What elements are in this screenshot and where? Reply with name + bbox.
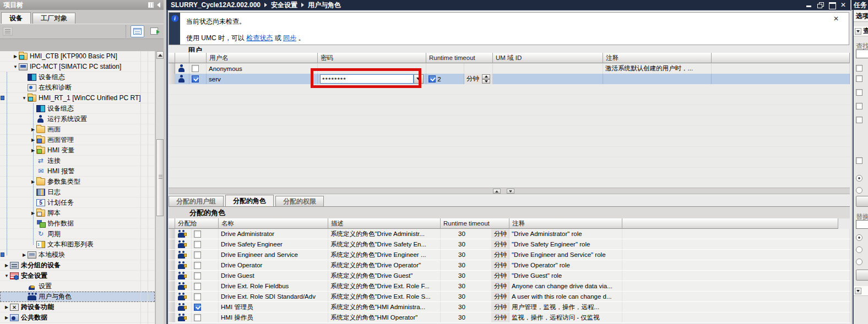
- role-timeout-cell[interactable]: 30: [441, 292, 492, 301]
- find-option-checkbox[interactable]: [856, 65, 862, 72]
- tree-item[interactable]: ▶公共数据: [0, 312, 155, 323]
- tree-item[interactable]: ▶画面: [0, 124, 155, 135]
- find-option-checkbox[interactable]: [856, 75, 862, 82]
- role-name-cell[interactable]: Drive Engineer and Service: [219, 250, 328, 260]
- role-row[interactable]: Drive Guest系统定义的角色"Drive Guest"30分钟"Driv…: [169, 271, 850, 281]
- tree-item[interactable]: 1文本和图形列表: [0, 239, 155, 250]
- col-role-name[interactable]: 名称: [219, 218, 328, 229]
- role-comment-cell[interactable]: "Drive Guest" role: [509, 271, 622, 281]
- breadcrumb-project[interactable]: SLURRY_Cycle12A2.002.000: [171, 1, 261, 9]
- banner-close-icon[interactable]: ✕: [833, 15, 839, 23]
- role-description-cell[interactable]: 系统定义的角色"Drive Engineer ...: [328, 250, 441, 260]
- tree-item[interactable]: 协作数据: [0, 218, 155, 229]
- um-domain-id-cell[interactable]: [493, 63, 603, 74]
- role-comment-cell[interactable]: "Drive Administrator" role: [509, 229, 622, 239]
- user-row[interactable]: serv 2分钟: [169, 74, 850, 84]
- replace-scope-radio[interactable]: [856, 246, 862, 253]
- tree-expander-icon[interactable]: ▶: [3, 315, 10, 320]
- restore-icon[interactable]: [817, 2, 823, 8]
- col-um-domain-id[interactable]: UM 域 ID: [493, 53, 603, 63]
- user-comment-cell[interactable]: 激活系统默认创建的用户时，...: [603, 63, 712, 74]
- details-view-button[interactable]: [131, 25, 144, 37]
- find-option-checkbox[interactable]: [856, 117, 862, 123]
- collapsed-section[interactable]: [854, 286, 868, 296]
- role-assigned-checkbox[interactable]: [194, 314, 201, 321]
- role-timeout-cell[interactable]: 30: [441, 312, 492, 322]
- role-assigned-checkbox[interactable]: [194, 241, 201, 248]
- columns-view-icon[interactable]: [148, 2, 154, 8]
- col-password[interactable]: 密码: [318, 53, 426, 63]
- role-name-cell[interactable]: HMI 操作员: [219, 312, 328, 322]
- user-enabled-checkbox[interactable]: [192, 75, 199, 83]
- role-row[interactable]: HMI 管理员系统定义的角色"HMI Administra...30分钟用户管理…: [169, 302, 850, 312]
- maximize-icon[interactable]: [829, 2, 835, 8]
- tree-item[interactable]: 设置: [0, 281, 155, 292]
- role-comment-cell[interactable]: Anyone can change drive data via...: [509, 281, 622, 291]
- tree-item[interactable]: ▶未分组的设备: [0, 260, 155, 271]
- role-assigned-checkbox[interactable]: [194, 293, 201, 300]
- role-row[interactable]: Drive Ext. Role SDI Standard/Adv系统定义的角色"…: [169, 292, 850, 302]
- role-row[interactable]: Drive Operator系统定义的角色"Drive Operator"30分…: [169, 260, 850, 271]
- tree-expander-icon[interactable]: ▼: [3, 273, 10, 278]
- col-description[interactable]: 描述: [328, 218, 441, 229]
- role-name-cell[interactable]: Drive Operator: [219, 260, 328, 270]
- col-assigned-to[interactable]: 分配给: [175, 218, 219, 229]
- role-assigned-checkbox[interactable]: [194, 262, 201, 269]
- find-option-checkbox[interactable]: [856, 157, 862, 164]
- role-name-cell[interactable]: HMI 管理员: [219, 302, 328, 312]
- assignment-tab[interactable]: 分配的权限: [275, 196, 324, 207]
- tree-item[interactable]: 设备组态: [0, 103, 155, 114]
- open-editor-button[interactable]: [147, 25, 161, 37]
- role-assigned-checkbox[interactable]: [194, 283, 201, 290]
- minimize-icon[interactable]: [806, 2, 812, 8]
- role-comment-cell[interactable]: 监视，操作，远程访问 - 仅监视: [509, 312, 622, 322]
- search-direction-radio[interactable]: [856, 175, 862, 182]
- role-row[interactable]: Drive Safety Engineer系统定义的角色"Drive Safet…: [169, 239, 850, 250]
- collapse-panel-icon[interactable]: [157, 2, 160, 8]
- replace-scope-radio[interactable]: [856, 234, 862, 241]
- role-description-cell[interactable]: 系统定义的角色"Drive Ext. Role F...: [328, 281, 441, 291]
- role-description-cell[interactable]: 系统定义的角色"HMI Administra...: [328, 302, 441, 312]
- um-domain-id-cell[interactable]: [493, 74, 603, 84]
- role-description-cell[interactable]: 系统定义的角色"Drive Guest": [328, 271, 441, 281]
- breadcrumb-section[interactable]: 安全设置: [271, 1, 297, 10]
- role-row[interactable]: Drive Ext. Role Fieldbus系统定义的角色"Drive Ex…: [169, 281, 850, 292]
- user-comment-cell[interactable]: [603, 74, 712, 84]
- tree-item[interactable]: ▶HMI_CTB [KTP900 Basic PN]: [0, 51, 155, 62]
- tree-expander-icon[interactable]: ▶: [3, 305, 10, 310]
- tree-item[interactable]: ▼安全设置: [0, 271, 155, 281]
- tree-scrollbar[interactable]: [155, 51, 164, 324]
- project-tree-tab[interactable]: 设备: [1, 12, 31, 24]
- tree-item[interactable]: 在线和诊断: [0, 83, 155, 93]
- find-button[interactable]: [856, 196, 868, 207]
- scroll-up-icon[interactable]: [156, 51, 164, 59]
- pane-splitter[interactable]: [169, 188, 850, 194]
- col-username[interactable]: 用户名: [207, 53, 318, 63]
- role-assigned-checkbox[interactable]: [194, 230, 201, 238]
- role-name-cell[interactable]: Drive Guest: [219, 271, 328, 281]
- tree-item[interactable]: ✉HMI 报警: [0, 166, 155, 177]
- role-timeout-cell[interactable]: 30: [441, 302, 492, 312]
- role-comment-cell[interactable]: "Drive Safety Engineer" role: [509, 239, 622, 249]
- assignment-tab[interactable]: 分配的用户组: [169, 196, 224, 207]
- tree-item[interactable]: 用户与角色: [0, 292, 155, 302]
- role-name-cell[interactable]: Drive Administrator: [219, 229, 328, 239]
- role-timeout-cell[interactable]: 30: [441, 250, 492, 260]
- tree-expander-icon[interactable]: ▶: [21, 252, 28, 257]
- chevron-down-icon[interactable]: [855, 28, 861, 35]
- replace-input[interactable]: [856, 220, 868, 229]
- tree-item[interactable]: ▶脚本: [0, 208, 155, 218]
- role-name-cell[interactable]: Drive Ext. Role SDI Standard/Adv: [219, 292, 328, 301]
- spin-up-icon[interactable]: [482, 74, 490, 79]
- role-comment-cell[interactable]: "Drive Operator" role: [509, 260, 622, 270]
- tree-item[interactable]: 设备组态: [0, 72, 155, 83]
- role-description-cell[interactable]: 系统定义的角色"Drive Ext. Role S...: [328, 292, 441, 301]
- find-input[interactable]: [856, 50, 868, 58]
- role-timeout-cell[interactable]: 30: [441, 260, 492, 270]
- role-name-cell[interactable]: Drive Ext. Role Fieldbus: [219, 281, 328, 291]
- role-comment-cell[interactable]: "Drive Engineer and Service" role: [509, 250, 622, 260]
- splitter-up-icon[interactable]: [493, 189, 501, 194]
- user-enabled-checkbox[interactable]: [192, 65, 199, 72]
- role-timeout-cell[interactable]: 30: [441, 281, 492, 291]
- col-comment[interactable]: 注释: [509, 218, 622, 229]
